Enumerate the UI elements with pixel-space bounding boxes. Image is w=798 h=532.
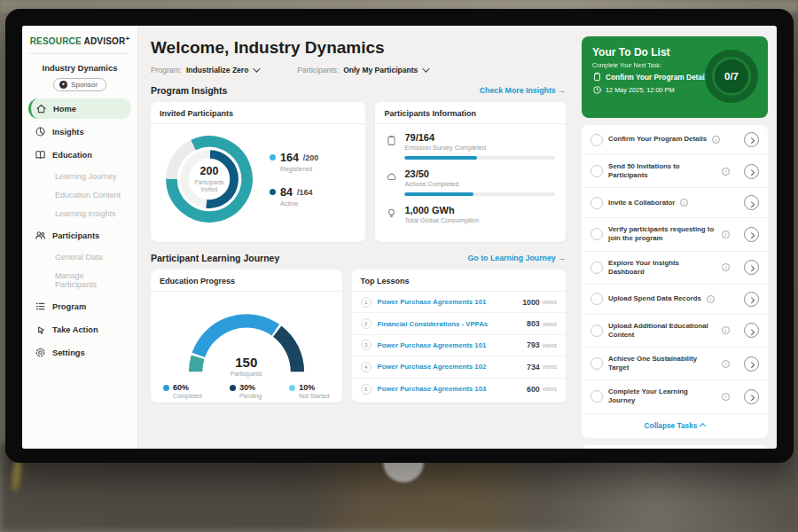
lesson-row: 3Power Purchase Agreements 101793views (352, 335, 566, 356)
todo-checkbox[interactable] (591, 262, 603, 274)
program-icon (35, 301, 46, 312)
legend-dot (230, 385, 236, 391)
lesson-title-link[interactable]: Power Purchase Agreements 102 (378, 363, 527, 371)
donut-center-value: 200 (200, 165, 219, 177)
gauge-legend-value: 10% (299, 383, 315, 392)
stat-actions-completed: 23/50Actions Completed (386, 168, 555, 196)
todo-item-explore-your-insights-dashboard[interactable]: Explore Your Insights Dashboardi (582, 252, 768, 285)
lesson-views-unit: views (543, 386, 557, 392)
todo-checkbox[interactable] (591, 165, 603, 177)
sidebar-item-manage-participants[interactable]: Manage Participants (28, 267, 131, 293)
sidebar-item-label: Learning Insights (55, 209, 116, 218)
participants-filter-select[interactable]: Only My Participants (343, 66, 427, 74)
todo-item-verify-participants-requesting-to-join-the-program[interactable]: Verify participants requesting to join t… (582, 218, 768, 251)
sidebar-item-label: Take Action (52, 325, 98, 334)
page-title: Welcome, Industry Dynamics (151, 38, 566, 58)
todo-item-upload-spend-data-records[interactable]: Upload Spend Data Recordsi (582, 285, 768, 315)
collapse-tasks-link[interactable]: Collapse Tasks (582, 414, 768, 438)
sidebar: RESOURCE ADVISOR+ Industry Dynamics ✦ Sp… (22, 26, 138, 449)
gauge-legend-label: Not Started (299, 393, 329, 399)
participants-stats: 79/164Emission Survey Completed23/50Acti… (375, 124, 566, 224)
lesson-title-link[interactable]: Power Purchase Agreements 103 (378, 385, 527, 393)
invited-legend: 164/200Registered84/164Active (270, 152, 318, 207)
brand-advisor: ADVISOR (84, 36, 126, 46)
chevron-right-icon[interactable] (744, 227, 759, 242)
sponsor-badge-label: Sponsor (71, 81, 98, 89)
todo-item-complete-your-learning-journey[interactable]: Complete Your Learning Journeyi (582, 380, 768, 413)
todo-item-send-50-invitations-to-participants[interactable]: Send 50 Invitations to Participantsi (582, 155, 768, 188)
info-icon: i (722, 393, 730, 401)
todo-item-upload-additional-educational-content[interactable]: Upload Additional Educational Contenti (582, 315, 768, 348)
sidebar-item-insights[interactable]: Insights (28, 121, 131, 142)
stat-label: Emission Survey Completed (404, 144, 555, 152)
lesson-title-link[interactable]: Power Purchase Agreements 101 (378, 298, 523, 306)
chevron-right-icon[interactable] (744, 323, 759, 338)
todo-checkbox[interactable] (591, 357, 603, 370)
lesson-title-link[interactable]: Power Purchase Agreements 101 (378, 341, 527, 349)
chevron-right-icon[interactable] (744, 356, 759, 372)
sidebar-item-learning-insights[interactable]: Learning Insights (28, 205, 131, 223)
education-gauge-chart: 150 Participants (171, 299, 322, 377)
sidebar-item-program[interactable]: Program (28, 296, 131, 317)
legend-value: 84 (280, 186, 293, 199)
todo-item-label: Upload Additional Educational Content (608, 322, 716, 340)
survey-icon (386, 134, 397, 145)
todo-item-invite-a-collaborator[interactable]: Invite a Collaboratori (582, 188, 768, 218)
program-filter-select[interactable]: Industrialize Zero (186, 66, 258, 74)
chevron-right-icon[interactable] (744, 164, 759, 179)
check-more-insights-link[interactable]: Check More Insights → (480, 86, 566, 95)
sidebar-item-education[interactable]: Education (28, 145, 131, 165)
todo-item-label: Achieve One Sustainability Target (608, 355, 716, 372)
todo-checkbox[interactable] (591, 293, 603, 305)
program-filter: Program: Industrialize Zero (151, 66, 258, 74)
sidebar-item-participants[interactable]: Participants (28, 225, 131, 246)
lesson-views: 1000 (522, 298, 540, 307)
settings-icon (35, 347, 46, 358)
todo-checkbox[interactable] (591, 228, 603, 240)
todo-item-label: Send 50 Invitations to Participants (608, 162, 716, 180)
legend-line: 84/164 (270, 186, 318, 199)
sidebar-item-label: Manage Participants (55, 271, 125, 289)
lesson-title-link[interactable]: Financial Considerations - VPPAs (378, 320, 527, 328)
lesson-rank: 2 (361, 318, 372, 329)
todo-item-label: Complete Your Learning Journey (608, 387, 716, 405)
learning-journey-title: Participant Learning Journey (151, 253, 279, 263)
todo-list-card: Confirm Your Program DetailsiSend 50 Inv… (582, 125, 768, 438)
info-icon: i (712, 136, 720, 144)
participants-filter-label: Participants: (297, 66, 339, 74)
brand-resource: RESOURCE (30, 36, 82, 46)
actions-icon (386, 170, 397, 182)
chevron-right-icon[interactable] (744, 195, 759, 210)
sidebar-item-general-data[interactable]: General Data (28, 248, 131, 266)
gauge-legend-completed: 60%Completed (163, 383, 202, 399)
sidebar-item-settings[interactable]: Settings (28, 342, 131, 363)
chevron-right-icon[interactable] (744, 389, 759, 404)
chevron-right-icon[interactable] (744, 260, 759, 275)
sidebar-item-take-action[interactable]: Take Action (28, 319, 131, 340)
invited-participants-body: 200 Participants Invited 164/200Register… (151, 124, 365, 234)
todo-checkbox[interactable] (591, 134, 603, 146)
legend-line: 164/200 (270, 152, 318, 164)
arrow-right-icon: → (558, 254, 566, 262)
todo-item-confirm-your-program-details[interactable]: Confirm Your Program Detailsi (582, 125, 768, 155)
stat-main: 1,000 GWhTotal Global Consumption (404, 205, 555, 224)
sidebar-item-learning-journey[interactable]: Learning Journey (28, 168, 131, 185)
screen: RESOURCE ADVISOR+ Industry Dynamics ✦ Sp… (22, 26, 777, 449)
stat-value: 1,000 GWh (404, 205, 555, 215)
chevron-right-icon[interactable] (744, 132, 759, 147)
sidebar-item-label: General Data (55, 253, 103, 262)
go-to-learning-journey-link[interactable]: Go to Learning Journey → (468, 254, 566, 262)
gauge-legend-label: Completed (173, 393, 202, 399)
sidebar-item-education-content[interactable]: Education Content (28, 186, 131, 204)
participants-information-title: Participants Information (375, 102, 566, 124)
todo-checkbox[interactable] (591, 390, 603, 403)
education-progress-card: Education Progress 150 Participants 60%C… (151, 270, 342, 403)
todo-checkbox[interactable] (591, 197, 603, 209)
todo-item-achieve-one-sustainability-target[interactable]: Achieve One Sustainability Targeti (582, 348, 768, 380)
stat-progressbar (404, 192, 555, 196)
chevron-right-icon[interactable] (744, 292, 759, 307)
todo-progress-ring: 0/7 (705, 50, 758, 103)
gauge-legend-pending: 30%Pending (230, 383, 262, 399)
todo-checkbox[interactable] (591, 325, 603, 337)
sidebar-item-home[interactable]: Home (28, 98, 131, 119)
